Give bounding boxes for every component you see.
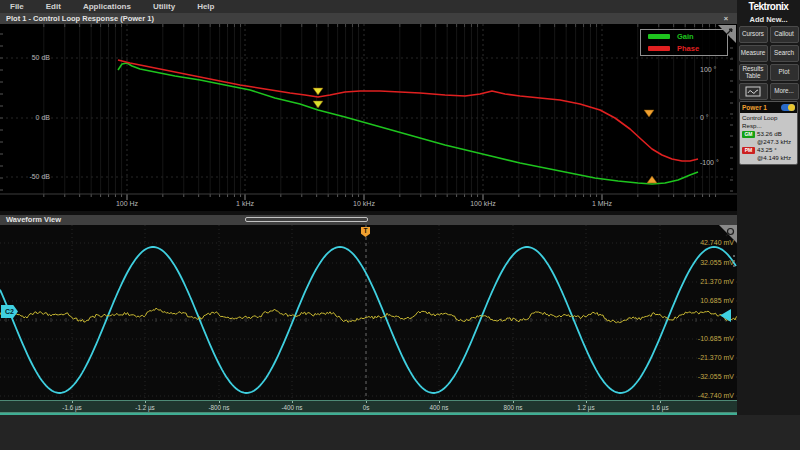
- volt-tick-label: 10.685 mV: [688, 297, 734, 304]
- scope-app-icon: [745, 86, 761, 97]
- power1-badge[interactable]: Power 1 Control Loop Resp... GM53.26 dB …: [739, 101, 798, 165]
- freq-tick-label: 100 kHz: [463, 200, 503, 207]
- deg-tick-label: 100 °: [700, 66, 734, 73]
- plot-button[interactable]: Plot: [770, 64, 799, 81]
- power1-measure-name: Control Loop Resp...: [742, 114, 795, 130]
- pm-frequency: @4.149 kHz: [742, 154, 795, 162]
- menu-file[interactable]: File: [10, 2, 24, 11]
- pm-chip: PM: [742, 147, 755, 154]
- bode-plot[interactable]: 50 dB0 dB-50 dB 100 °0 °-100 ° 100 Hz1 k…: [0, 24, 737, 211]
- gm-frequency: @247.3 kHz: [742, 138, 795, 146]
- gain-curve: [118, 63, 698, 184]
- time-tick-mark: [145, 401, 146, 403]
- volt-tick-label: -32.055 mV: [688, 373, 734, 380]
- results-table-button[interactable]: Results Table: [739, 64, 768, 81]
- menu-applications[interactable]: Applications: [83, 2, 131, 11]
- time-tick-label: 1.6 µs: [642, 404, 678, 411]
- cursors-button[interactable]: Cursors: [739, 26, 768, 43]
- margin-marker: [313, 101, 323, 108]
- freq-tick-label: 1 kHz: [225, 200, 265, 207]
- time-tick-label: -800 ns: [201, 404, 237, 411]
- gm-value: 53.26 dB: [757, 130, 782, 137]
- gm-row: GM53.26 dB: [742, 130, 795, 138]
- legend-gain-label: Gain: [677, 32, 694, 41]
- time-tick-label: 800 ns: [495, 404, 531, 411]
- waveform-title-bar[interactable]: Waveform View 0: [0, 215, 737, 225]
- gain-swatch: [648, 34, 670, 39]
- margin-marker: [647, 176, 657, 183]
- waveform-plot[interactable]: T C2 42.740 mV32.055 mV21.370 mV10.685 m…: [0, 225, 737, 400]
- time-tick-label: 1.2 µs: [568, 404, 604, 411]
- zoom-magnifier-icon[interactable]: [719, 225, 737, 243]
- time-tick-label: -1.2 µs: [127, 404, 163, 411]
- time-tick-mark: [366, 401, 367, 403]
- phase-swatch: [648, 46, 670, 51]
- menu-help[interactable]: Help: [197, 2, 214, 11]
- add-new-label: Add New...: [737, 12, 800, 26]
- power1-badge-header: Power 1: [740, 102, 797, 113]
- db-tick-label: -50 dB: [18, 173, 50, 180]
- toggle-knob: [788, 104, 795, 111]
- volt-tick-label: 32.055 mV: [688, 259, 734, 266]
- search-button[interactable]: Search: [770, 45, 799, 62]
- time-tick-mark: [439, 401, 440, 403]
- time-tick-label: 400 ns: [421, 404, 457, 411]
- volt-tick-label: -10.685 mV: [688, 335, 734, 342]
- legend-phase-label: Phase: [677, 44, 699, 53]
- margin-marker: [644, 110, 654, 117]
- expand-plot-icon[interactable]: [718, 25, 736, 43]
- waveform-canvas: [0, 225, 737, 400]
- time-tick-label: -400 ns: [274, 404, 310, 411]
- time-tick-mark: [586, 401, 587, 403]
- waveform-title: Waveform View: [6, 215, 61, 224]
- right-sidebar: Tektronix Add New... Cursors Callout Mea…: [737, 0, 800, 415]
- time-tick-mark: [513, 401, 514, 403]
- power1-title: Power 1: [742, 104, 767, 111]
- freq-tick-label: 1 MHz: [582, 200, 622, 207]
- power1-toggle[interactable]: [781, 104, 795, 111]
- pm-value: 43.25 °: [757, 146, 777, 153]
- bode-canvas: [0, 24, 737, 211]
- callout-button[interactable]: Callout: [770, 26, 799, 43]
- tektronix-logo: Tektronix: [737, 0, 800, 12]
- plot-legend: Gain Phase: [640, 29, 728, 56]
- db-tick-label: 50 dB: [18, 54, 50, 61]
- sidebar-drawer-handle[interactable]: [733, 252, 735, 270]
- volt-tick-label: -21.370 mV: [688, 354, 734, 361]
- legend-phase-row: Phase: [648, 44, 720, 53]
- db-tick-label: 0 dB: [18, 114, 50, 121]
- menu-bar: File Edit Applications Utility Help: [0, 0, 737, 13]
- power1-badge-body: Control Loop Resp... GM53.26 dB @247.3 k…: [740, 113, 797, 164]
- legend-gain-row: Gain: [648, 32, 720, 41]
- apps-icon-button[interactable]: [739, 83, 768, 100]
- close-icon[interactable]: ×: [721, 13, 731, 24]
- freq-tick-label: 10 kHz: [344, 200, 384, 207]
- measure-button[interactable]: Measure: [739, 45, 768, 62]
- gm-chip: GM: [742, 131, 755, 138]
- freq-tick-label: 100 Hz: [107, 200, 147, 207]
- deg-tick-label: -100 °: [700, 159, 734, 166]
- time-tick-mark: [292, 401, 293, 403]
- time-axis-strip: -1.6 µs-1.2 µs-800 ns-400 ns0s400 ns800 …: [0, 400, 737, 413]
- time-tick-mark: [660, 401, 661, 403]
- more-button[interactable]: More...: [770, 83, 799, 100]
- time-tick-mark: [219, 401, 220, 403]
- time-tick-label: -1.6 µs: [54, 404, 90, 411]
- menu-utility[interactable]: Utility: [153, 2, 175, 11]
- time-tick-label: 0s: [348, 404, 384, 411]
- time-tick-mark: [72, 401, 73, 403]
- volt-tick-label: -42.740 mV: [688, 392, 734, 399]
- deg-tick-label: 0 °: [700, 114, 734, 121]
- plot1-title-bar[interactable]: Plot 1 - Control Loop Response (Power 1)…: [0, 13, 737, 24]
- margin-marker: [313, 88, 323, 95]
- zoom-overview-track[interactable]: 0: [245, 217, 368, 222]
- sidebar-button-grid: Cursors Callout Measure Search Results T…: [737, 26, 800, 100]
- plot1-title: Plot 1 - Control Loop Response (Power 1): [6, 14, 154, 23]
- pm-row: PM43.25 °: [742, 146, 795, 154]
- phase-curve: [118, 60, 698, 161]
- bottom-bar: Ch 1 500 µV/div 1 MΩ 20 MHz Ch 2 10.685 …: [0, 415, 800, 450]
- menu-edit[interactable]: Edit: [46, 2, 61, 11]
- volt-tick-label: 21.370 mV: [688, 278, 734, 285]
